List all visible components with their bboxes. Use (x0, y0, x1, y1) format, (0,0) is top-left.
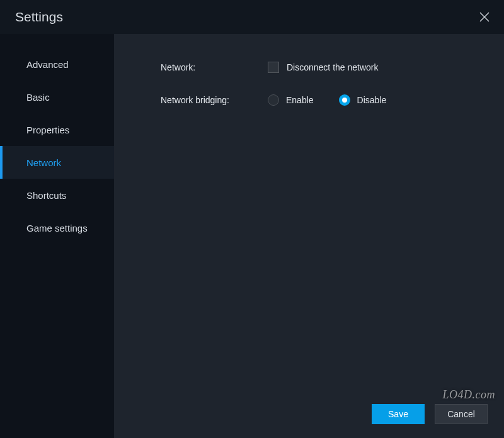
sidebar-item-properties[interactable]: Properties (0, 113, 114, 146)
sidebar-item-label: Shortcuts (26, 190, 66, 201)
checkbox-label: Disconnect the network (287, 62, 379, 72)
bridging-label: Network bridging: (161, 95, 268, 105)
radio-icon (268, 94, 279, 106)
bridging-radio-group: Enable Disable (268, 94, 386, 106)
sidebar-item-network[interactable]: Network (0, 146, 114, 179)
bridging-enable-radio[interactable]: Enable (268, 94, 314, 106)
sidebar-item-game-settings[interactable]: Game settings (0, 211, 114, 244)
save-button[interactable]: Save (372, 404, 425, 424)
sidebar-item-label: Game settings (26, 223, 88, 233)
titlebar: Settings (0, 0, 504, 34)
network-row: Network: Disconnect the network (161, 62, 486, 73)
window-body: Advanced Basic Properties Network Shortc… (0, 34, 504, 438)
watermark-text: LO4D.com (443, 388, 496, 402)
sidebar-item-label: Advanced (26, 59, 69, 70)
sidebar-item-label: Basic (26, 92, 50, 103)
window-title: Settings (15, 9, 63, 25)
settings-window: Settings Advanced Basic Properties Netwo… (0, 0, 504, 438)
cancel-button[interactable]: Cancel (435, 404, 488, 424)
sidebar-item-basic[interactable]: Basic (0, 81, 114, 113)
sidebar-item-label: Properties (26, 125, 69, 135)
network-label: Network: (161, 62, 268, 72)
disconnect-network-checkbox[interactable]: Disconnect the network (268, 62, 379, 73)
bridging-disable-radio[interactable]: Disable (339, 94, 387, 106)
bridging-row: Network bridging: Enable Disable (161, 94, 486, 106)
sidebar-item-shortcuts[interactable]: Shortcuts (0, 179, 114, 211)
checkbox-icon (268, 62, 279, 73)
radio-label: Disable (357, 95, 387, 105)
close-button[interactable] (474, 6, 495, 28)
sidebar-item-advanced[interactable]: Advanced (0, 48, 114, 81)
footer-buttons: Save Cancel (372, 404, 488, 424)
close-icon (479, 12, 490, 22)
sidebar-item-label: Network (26, 157, 61, 168)
radio-label: Enable (286, 95, 314, 105)
radio-icon (339, 94, 350, 106)
content-pane: Network: Disconnect the network Network … (114, 34, 504, 438)
sidebar: Advanced Basic Properties Network Shortc… (0, 34, 114, 438)
